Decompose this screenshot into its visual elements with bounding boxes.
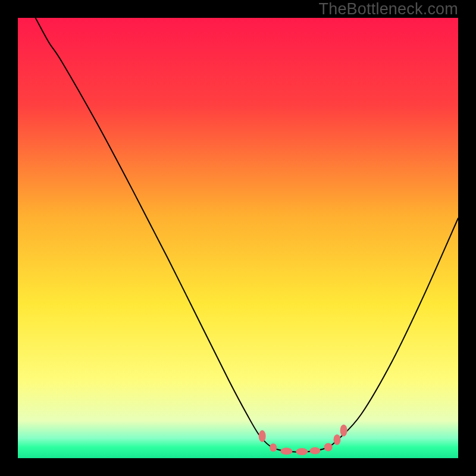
- plot-area: [18, 18, 458, 458]
- valley-marker: [280, 447, 292, 455]
- valley-marker: [310, 447, 321, 454]
- chart-frame: TheBottleneck.com: [0, 0, 476, 476]
- valley-marker: [259, 430, 266, 442]
- valley-marker: [334, 434, 341, 445]
- valley-marker: [324, 443, 333, 452]
- chart-svg: [18, 18, 458, 458]
- watermark-text: TheBottleneck.com: [318, 0, 458, 18]
- gradient-background: [18, 18, 458, 458]
- valley-marker: [296, 448, 308, 455]
- valley-marker: [270, 443, 277, 452]
- valley-marker: [340, 424, 347, 436]
